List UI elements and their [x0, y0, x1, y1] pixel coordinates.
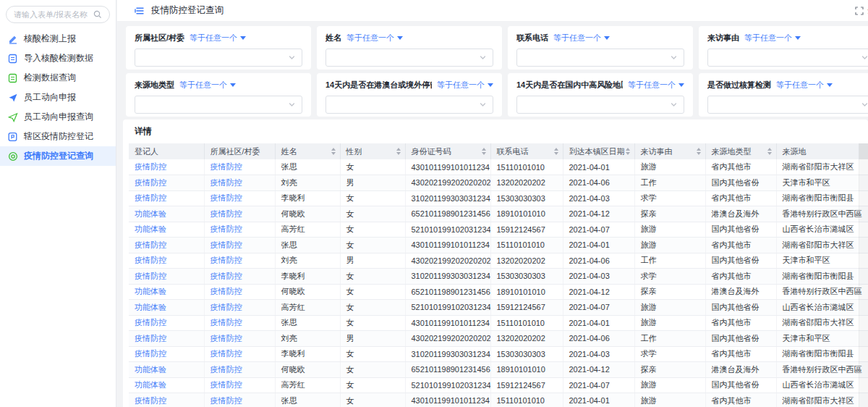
filter-operator[interactable]: 等于任意一个: [346, 33, 403, 43]
sidebar-item[interactable]: 疫情防控登记查询: [0, 146, 116, 166]
table-cell: 15912124567: [490, 377, 563, 393]
column-header[interactable]: 来访事由: [634, 143, 705, 159]
sidebar-item[interactable]: 导入核酸检测数据: [0, 49, 116, 68]
filter-operator[interactable]: 等于任意一个: [553, 33, 610, 43]
column-header[interactable]: 联系电话: [490, 143, 563, 159]
sidebar-item[interactable]: 核酸检测上报: [0, 29, 116, 49]
sidebar-item[interactable]: 检测数据查询: [0, 68, 116, 88]
registrant-link[interactable]: 功能体验: [135, 365, 166, 374]
filter-operator[interactable]: 等于任意一个: [190, 33, 246, 43]
registrant-link[interactable]: 疫情防控: [135, 349, 166, 358]
caret-down-icon: [240, 36, 246, 40]
community-link[interactable]: 疫情防控: [210, 162, 242, 171]
table-scrollbar[interactable]: [859, 143, 868, 407]
registrant-link[interactable]: 疫情防控: [135, 178, 166, 187]
community-link[interactable]: 疫情防控: [210, 272, 242, 280]
registrant-link[interactable]: 功能体验: [135, 380, 166, 389]
table-cell: 国内其他省份: [705, 331, 776, 347]
community-link[interactable]: 疫情防控: [210, 349, 242, 358]
sidebar-item[interactable]: 员工动向申报查询: [0, 107, 116, 127]
registrant-link[interactable]: 疫情防控: [135, 396, 166, 405]
registrant-link[interactable]: 功能体验: [135, 225, 166, 233]
filter-value-select[interactable]: [135, 49, 302, 67]
sidebar-item[interactable]: 辖区疫情防控登记: [0, 127, 116, 146]
filter-value-select[interactable]: [707, 49, 868, 67]
table-cell: 430101199101011234: [405, 159, 490, 175]
registrant-link[interactable]: 功能体验: [135, 303, 166, 311]
filter-operator[interactable]: 等于任意一个: [179, 80, 236, 91]
community-link[interactable]: 疫情防控: [210, 256, 242, 264]
table-cell: 2021-04-12: [563, 206, 634, 222]
registrant-link[interactable]: 疫情防控: [135, 272, 166, 280]
sort-icon[interactable]: [697, 148, 701, 155]
table-cell: 疫情防控: [129, 253, 204, 269]
table-cell: 功能体验: [129, 222, 204, 238]
sort-icon[interactable]: [626, 148, 630, 155]
community-link[interactable]: 疫情防控: [210, 303, 242, 311]
registrant-link[interactable]: 疫情防控: [135, 193, 166, 202]
column-header[interactable]: 性别: [340, 143, 405, 159]
column-header[interactable]: 到达本镇区日期: [563, 143, 634, 159]
table-cell: 430202199202020202: [405, 331, 490, 347]
registrant-link[interactable]: 疫情防控: [135, 334, 166, 343]
table-cell: 高芳红: [275, 300, 340, 316]
table-cell: 疫情防控: [129, 190, 204, 206]
community-link[interactable]: 疫情防控: [210, 318, 242, 327]
table-cell: 疫情防控: [204, 300, 275, 316]
table-row: 疫情防控疫情防控张思女43010119910101123415110101010…: [129, 315, 868, 331]
table-cell: 女: [340, 206, 405, 222]
sort-icon[interactable]: [767, 148, 772, 155]
search-icon: [93, 10, 102, 19]
table-cell: 女: [340, 315, 405, 331]
community-link[interactable]: 疫情防控: [210, 287, 242, 295]
table-cell: 652101198901231456: [405, 284, 490, 300]
filter-value-select[interactable]: [707, 96, 868, 114]
registrant-link[interactable]: 疫情防控: [135, 162, 166, 171]
column-header[interactable]: 身份证号码: [405, 143, 490, 159]
filter-value-select[interactable]: [516, 96, 684, 114]
table-cell: 功能体验: [129, 206, 204, 222]
community-link[interactable]: 疫情防控: [210, 240, 242, 249]
table-cell: 功能体验: [129, 377, 204, 393]
community-link[interactable]: 疫情防控: [210, 380, 242, 389]
table-cell: 310201199303031234: [405, 269, 490, 285]
fullscreen-icon[interactable]: [855, 7, 864, 15]
column-header[interactable]: 姓名: [275, 143, 340, 159]
filter-operator[interactable]: 等于任意一个: [744, 33, 801, 43]
filter-value-select[interactable]: [135, 96, 302, 114]
filter-value-select[interactable]: [326, 49, 493, 67]
sort-icon[interactable]: [396, 148, 401, 155]
sidebar-item[interactable]: 员工动向申报: [0, 88, 116, 107]
sort-icon[interactable]: [482, 148, 486, 155]
filter-operator[interactable]: 等于任意一个: [628, 80, 684, 91]
table-cell: 男: [340, 331, 405, 347]
table-cell: 女: [340, 300, 405, 316]
table-cell: 310201199303031234: [405, 190, 490, 206]
registrant-link[interactable]: 疫情防控: [135, 256, 166, 264]
search-input[interactable]: [14, 10, 93, 19]
registrant-link[interactable]: 功能体验: [135, 209, 166, 218]
filter-operator[interactable]: 等于任意一个: [776, 80, 833, 91]
community-link[interactable]: 疫情防控: [210, 334, 242, 343]
community-link[interactable]: 疫情防控: [210, 193, 242, 202]
community-link[interactable]: 疫情防控: [210, 209, 242, 218]
filter-value-select[interactable]: [516, 49, 684, 67]
column-header[interactable]: 来源地类型: [705, 143, 776, 159]
community-link[interactable]: 疫情防控: [210, 365, 242, 374]
registrant-link[interactable]: 功能体验: [135, 287, 166, 295]
community-link[interactable]: 疫情防控: [210, 396, 242, 405]
data-query-icon: [7, 72, 18, 83]
registrant-link[interactable]: 疫情防控: [135, 240, 166, 249]
sort-icon[interactable]: [331, 148, 336, 155]
table-cell: 何晓欧: [275, 362, 340, 378]
sort-icon[interactable]: [554, 148, 558, 155]
filter-label: 是否做过核算检测: [707, 80, 771, 91]
community-link[interactable]: 疫情防控: [210, 225, 242, 233]
filter-value-select[interactable]: [326, 96, 493, 114]
community-link[interactable]: 疫情防控: [210, 178, 242, 187]
registrant-link[interactable]: 疫情防控: [135, 318, 166, 327]
menu-fold-icon[interactable]: [135, 6, 145, 16]
filter-operator[interactable]: 等于任意一个: [437, 80, 493, 91]
table-cell: 2021-04-06: [563, 175, 634, 191]
form-search-box[interactable]: [6, 6, 110, 23]
